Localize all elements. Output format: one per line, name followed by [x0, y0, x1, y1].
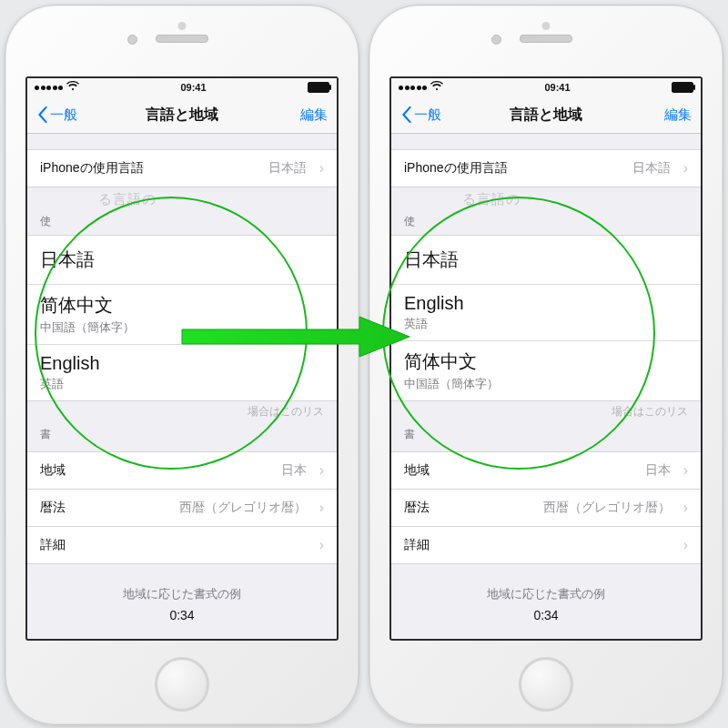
- phone-right: 09:41 一般 言語と地域 編集 iPhoneの使用言語 日本語›: [369, 5, 723, 725]
- nav-bar: 一般 言語と地域 編集: [391, 96, 701, 134]
- cell-value: 西暦（グレゴリオ暦）›: [543, 500, 688, 516]
- edit-button[interactable]: 編集: [664, 106, 692, 124]
- cell-label: 地域: [40, 462, 66, 479]
- chevron-left-icon: [36, 106, 49, 123]
- chevron-right-icon: ›: [683, 537, 688, 553]
- section-label-usage: 使: [27, 210, 337, 235]
- front-camera: [491, 35, 501, 45]
- lang-row-0[interactable]: 日本語: [27, 236, 337, 285]
- lang-row-2[interactable]: 简体中文 中国語（簡体字）: [391, 341, 701, 401]
- cell-value: 日本›: [281, 462, 324, 479]
- proximity-sensor: [542, 22, 551, 30]
- lang-native: English: [404, 293, 688, 314]
- format-example-time: 0:34: [391, 608, 701, 622]
- content: iPhoneの使用言語 日本語› る言語の 使 日本語 简体中文 中国語（簡体字…: [27, 133, 337, 639]
- lang-row-1[interactable]: English 英語: [391, 285, 701, 341]
- region-group: 地域 日本› 暦法 西暦（グレゴリオ暦）› 詳細 ›: [391, 451, 701, 564]
- note-fragment: 場合はこのリス: [27, 401, 337, 420]
- cell-calendar[interactable]: 暦法 西暦（グレゴリオ暦）›: [27, 489, 337, 526]
- home-button[interactable]: [155, 657, 209, 712]
- cell-region[interactable]: 地域 日本›: [391, 451, 701, 489]
- cell-label: 地域: [404, 462, 430, 479]
- page-title: 言語と地域: [146, 106, 218, 125]
- phone-left: 09:41 一般 言語と地域 編集 iPhoneの使用言語 日本語›: [5, 5, 359, 725]
- screen: 09:41 一般 言語と地域 編集 iPhoneの使用言語 日本語›: [389, 76, 703, 641]
- region-group: 地域 日本› 暦法 西暦（グレゴリオ暦）› 詳細 ›: [27, 451, 337, 564]
- chevron-left-icon: [400, 106, 413, 123]
- chevron-right-icon: ›: [319, 462, 324, 479]
- screen: 09:41 一般 言語と地域 編集 iPhoneの使用言語 日本語›: [25, 76, 339, 641]
- status-bar: 09:41: [391, 78, 701, 96]
- preferred-language-list[interactable]: 日本語 English 英語 简体中文 中国語（簡体字）: [391, 235, 701, 401]
- battery-icon: [672, 82, 693, 93]
- chevron-right-icon: ›: [683, 462, 688, 479]
- section-label-settings: 書: [391, 420, 701, 444]
- lang-row-1[interactable]: 简体中文 中国語（簡体字）: [27, 285, 337, 345]
- lang-row-0[interactable]: 日本語: [391, 236, 701, 285]
- lang-native: English: [40, 353, 324, 374]
- cell-region[interactable]: 地域 日本›: [27, 451, 337, 489]
- cell-label: iPhoneの使用言語: [404, 160, 508, 177]
- preferred-language-list[interactable]: 日本語 简体中文 中国語（簡体字） English 英語: [27, 235, 337, 401]
- format-example-label: 地域に応じた書式の例: [27, 586, 337, 602]
- cell-label: 暦法: [404, 500, 430, 516]
- chevron-right-icon: ›: [319, 160, 324, 177]
- cell-value: 西暦（グレゴリオ暦）›: [179, 500, 324, 516]
- status-bar: 09:41: [27, 78, 337, 96]
- lang-native: 简体中文: [40, 293, 324, 318]
- back-button[interactable]: 一般: [36, 106, 77, 124]
- status-time: 09:41: [180, 82, 206, 93]
- signal-icon: [35, 86, 63, 90]
- cell-calendar[interactable]: 暦法 西暦（グレゴリオ暦）›: [391, 489, 701, 526]
- chevron-right-icon: ›: [319, 537, 324, 553]
- back-label: 一般: [50, 106, 77, 124]
- note-fragment: 場合はこのリス: [391, 401, 701, 420]
- back-label: 一般: [414, 106, 441, 124]
- cell-advanced[interactable]: 詳細 ›: [391, 526, 701, 564]
- cell-label: iPhoneの使用言語: [40, 160, 144, 177]
- ghost-header: る言語の: [391, 187, 701, 210]
- wifi-icon: [430, 81, 443, 94]
- content: iPhoneの使用言語 日本語› る言語の 使 日本語 English 英語: [391, 133, 701, 639]
- lang-local: 英語: [40, 376, 324, 392]
- lang-native: 简体中文: [404, 349, 688, 374]
- earpiece-speaker: [156, 35, 208, 43]
- wifi-icon: [66, 81, 79, 94]
- cell-label: 暦法: [40, 500, 66, 516]
- proximity-sensor: [178, 22, 187, 30]
- lang-local: 中国語（簡体字）: [404, 376, 688, 392]
- earpiece-speaker: [520, 35, 572, 43]
- lang-native: 日本語: [404, 248, 688, 272]
- cell-value: 日本語›: [268, 160, 324, 177]
- cell-advanced[interactable]: 詳細 ›: [27, 526, 337, 564]
- battery-icon: [308, 82, 329, 93]
- front-camera: [127, 35, 137, 45]
- cell-iphone-language[interactable]: iPhoneの使用言語 日本語›: [27, 149, 337, 187]
- signal-icon: [399, 86, 427, 90]
- section-label-usage: 使: [391, 210, 701, 235]
- lang-row-2[interactable]: English 英語: [27, 345, 337, 401]
- chevron-right-icon: ›: [683, 160, 688, 177]
- lang-local: 中国語（簡体字）: [40, 319, 324, 336]
- cell-label: 詳細: [404, 537, 430, 553]
- cell-value: 日本›: [645, 462, 688, 479]
- home-button[interactable]: [519, 657, 573, 712]
- back-button[interactable]: 一般: [400, 106, 441, 124]
- ghost-header: る言語の: [27, 187, 337, 210]
- cell-iphone-language[interactable]: iPhoneの使用言語 日本語›: [391, 149, 701, 187]
- lang-native: 日本語: [40, 248, 324, 272]
- lang-local: 英語: [404, 316, 688, 332]
- nav-bar: 一般 言語と地域 編集: [27, 96, 337, 134]
- edit-button[interactable]: 編集: [300, 106, 328, 124]
- section-label-settings: 書: [27, 420, 337, 444]
- cell-value: 日本語›: [632, 160, 688, 177]
- status-time: 09:41: [544, 82, 570, 93]
- chevron-right-icon: ›: [683, 500, 688, 516]
- cell-label: 詳細: [40, 537, 66, 553]
- format-example-label: 地域に応じた書式の例: [391, 586, 701, 602]
- chevron-right-icon: ›: [319, 500, 324, 516]
- page-title: 言語と地域: [510, 106, 582, 125]
- format-example-time: 0:34: [27, 608, 337, 622]
